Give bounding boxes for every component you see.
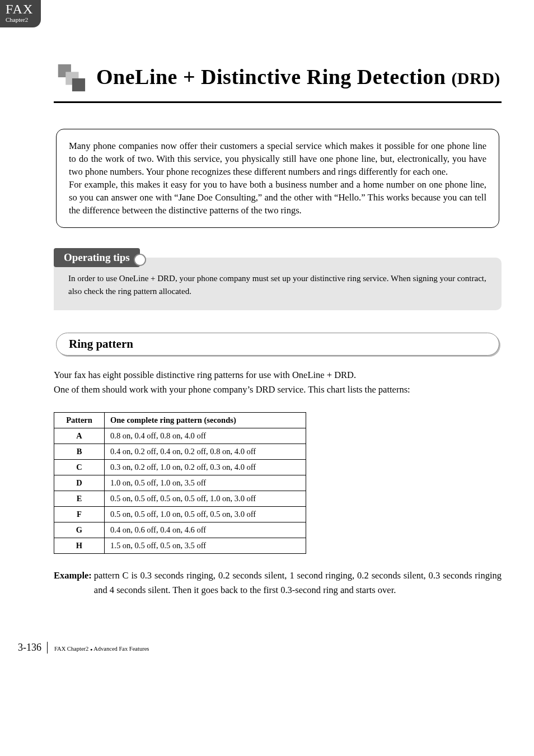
ring-pattern-table: Pattern One complete ring pattern (secon… <box>54 412 306 554</box>
cell-pattern: H <box>54 538 105 554</box>
cell-desc: 0.3 on, 0.2 off, 1.0 on, 0.2 off, 0.3 on… <box>105 460 306 475</box>
table-row: G0.4 on, 0.6 off, 0.4 on, 4.6 off <box>54 522 306 538</box>
intro-paragraph-2: For example, this makes it easy for you … <box>69 178 486 217</box>
chapter-tab: FAX Chapter2 <box>0 0 41 27</box>
title-rule <box>54 101 502 103</box>
tips-heading: Operating tips <box>54 248 140 267</box>
table-row: C0.3 on, 0.2 off, 1.0 on, 0.2 off, 0.3 o… <box>54 460 306 475</box>
page-footer: 3-136 FAX Chapter2 ● Advanced Fax Featur… <box>0 619 534 665</box>
footer-section: Advanced Fax Features <box>93 646 149 652</box>
cell-pattern: G <box>54 522 105 538</box>
example-text: pattern C is 0.3 seconds ringing, 0.2 se… <box>94 568 502 597</box>
cell-pattern: E <box>54 491 105 507</box>
cell-desc: 0.5 on, 0.5 off, 1.0 on, 0.5 off, 0.5 on… <box>105 507 306 522</box>
table-row: H1.5 on, 0.5 off, 0.5 on, 3.5 off <box>54 538 306 554</box>
tips-header-row: Operating tips <box>54 248 502 267</box>
table-row: D1.0 on, 0.5 off, 1.0 on, 3.5 off <box>54 475 306 491</box>
ring-intro-line-2: One of them should work with your phone … <box>54 382 502 397</box>
ring-header-wrap: Ring pattern <box>56 333 499 356</box>
page-number: 3-136 <box>18 642 48 654</box>
intro-paragraph-1: Many phone companies now offer their cus… <box>69 139 486 178</box>
tips-circle-icon <box>134 254 146 266</box>
title-main: OneLine + Distinctive Ring Detection <box>96 65 451 88</box>
tab-subtitle: Chapter2 <box>6 17 33 23</box>
th-description: One complete ring pattern (seconds) <box>105 413 306 428</box>
page-title: OneLine + Distinctive Ring Detection (DR… <box>96 65 500 90</box>
cell-desc: 1.0 on, 0.5 off, 1.0 on, 3.5 off <box>105 475 306 491</box>
example-label: Example: <box>54 568 92 597</box>
table-row: B0.4 on, 0.2 off, 0.4 on, 0.2 off, 0.8 o… <box>54 444 306 460</box>
cell-desc: 0.4 on, 0.6 off, 0.4 on, 4.6 off <box>105 522 306 538</box>
footer-chapter: FAX Chapter2 <box>54 646 88 652</box>
ring-intro: Your fax has eight possible distinctive … <box>54 368 502 396</box>
cell-pattern: C <box>54 460 105 475</box>
ring-heading: Ring pattern <box>56 333 499 356</box>
cell-desc: 1.5 on, 0.5 off, 0.5 on, 3.5 off <box>105 538 306 554</box>
example-block: Example: pattern C is 0.3 seconds ringin… <box>54 568 502 597</box>
table-row: A0.8 on, 0.4 off, 0.8 on, 4.0 off <box>54 428 306 444</box>
cell-desc: 0.8 on, 0.4 off, 0.8 on, 4.0 off <box>105 428 306 444</box>
title-row: OneLine + Distinctive Ring Detection (DR… <box>54 61 502 94</box>
th-pattern: Pattern <box>54 413 105 428</box>
cell-pattern: D <box>54 475 105 491</box>
cell-desc: 0.5 on, 0.5 off, 0.5 on, 0.5 off, 1.0 on… <box>105 491 306 507</box>
page-content: OneLine + Distinctive Ring Detection (DR… <box>0 61 534 619</box>
table-row: F0.5 on, 0.5 off, 1.0 on, 0.5 off, 0.5 o… <box>54 507 306 522</box>
section-icon <box>54 61 86 94</box>
cell-pattern: F <box>54 507 105 522</box>
title-drd: (DRD) <box>451 69 500 87</box>
table-header-row: Pattern One complete ring pattern (secon… <box>54 413 306 428</box>
table-row: E0.5 on, 0.5 off, 0.5 on, 0.5 off, 1.0 o… <box>54 491 306 507</box>
tab-title: FAX <box>6 2 33 16</box>
cell-pattern: B <box>54 444 105 460</box>
intro-box: Many phone companies now offer their cus… <box>56 129 499 228</box>
cell-desc: 0.4 on, 0.2 off, 0.4 on, 0.2 off, 0.8 on… <box>105 444 306 460</box>
bullet-icon: ● <box>90 647 92 652</box>
cell-pattern: A <box>54 428 105 444</box>
svg-rect-2 <box>72 78 85 91</box>
table-body: A0.8 on, 0.4 off, 0.8 on, 4.0 off B0.4 o… <box>54 428 306 554</box>
page-tab-area: FAX Chapter2 <box>0 0 534 39</box>
ring-intro-line-1: Your fax has eight possible distinctive … <box>54 368 502 382</box>
footer-breadcrumb: FAX Chapter2 ● Advanced Fax Features <box>54 646 149 652</box>
operating-tips-block: Operating tips In order to use OneLine +… <box>54 248 502 311</box>
